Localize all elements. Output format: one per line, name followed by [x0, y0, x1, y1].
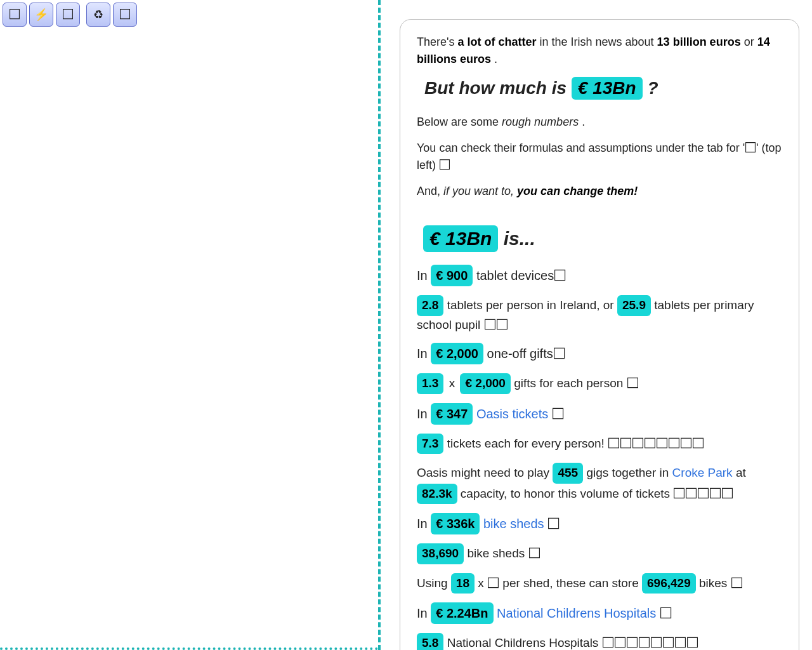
right-pane[interactable]: There's a lot of chatter in the Irish ne… — [381, 0, 812, 650]
text: In — [417, 269, 431, 282]
amount-13bn: 13 billion euros — [657, 36, 741, 48]
value: 5.8 — [417, 633, 443, 650]
check-paragraph: You can check their formulas and assumpt… — [417, 140, 782, 174]
text: In — [417, 606, 431, 620]
item-bike-sub1: 38,690 bike sheds 🞎 — [417, 543, 782, 564]
text: if you want to, — [443, 185, 514, 197]
item-tablet-head: In € 900 tablet devices🞎 — [417, 265, 782, 286]
item-hospital-sub: 5.8 National Childrens Hospitals 🞎🞎🞎🞎🞎🞎🞎… — [417, 633, 782, 650]
text: 🞎 — [552, 407, 565, 421]
text: rough numbers — [502, 116, 579, 128]
below-paragraph: Below are some rough numbers . — [417, 114, 782, 131]
text: National Childrens Hospitals 🞎🞎🞎🞎🞎🞎🞎🞎 — [447, 636, 698, 649]
value: 18 — [451, 573, 475, 594]
text: is... — [504, 228, 535, 249]
value: 2.8 — [417, 295, 443, 316]
text: bikes 🞎 — [699, 576, 743, 590]
item-bike-head: In € 336k bike sheds 🞎 — [417, 513, 782, 534]
value: 696,429 — [642, 573, 696, 594]
text: In — [417, 347, 431, 361]
value: 25.9 — [617, 295, 651, 316]
text: in the Irish news about — [540, 36, 657, 48]
article-wrap: There's a lot of chatter in the Irish ne… — [381, 0, 812, 650]
value: 455 — [553, 463, 583, 484]
toolbar-button-2-lightning-icon[interactable]: ⚡ — [29, 3, 53, 27]
text: . — [494, 53, 497, 65]
oasis-tickets-link[interactable]: Oasis tickets — [476, 407, 548, 421]
text: gifts for each person 🞎 — [514, 376, 638, 390]
item-bike-price: € 336k — [431, 513, 480, 534]
text: capacity, to honor this volume of ticket… — [461, 487, 733, 500]
toolbar-button-3[interactable]: 🞎 — [56, 3, 80, 27]
left-pane: 🞎 ⚡ 🞎 ♻ 🞎 — [0, 0, 381, 650]
item-tablet-sub: 2.8 tablets per person in Ireland, or 25… — [417, 295, 782, 334]
text: you can change them! — [517, 185, 638, 197]
toolbar-button-5[interactable]: 🞎 — [113, 3, 137, 27]
text: In — [417, 407, 431, 421]
item-oasis-price: € 347 — [431, 403, 473, 425]
item-oasis-sub2: Oasis might need to play 455 gigs togeth… — [417, 463, 782, 504]
text: And, — [417, 185, 443, 197]
section-amount: € 13Bn — [423, 225, 498, 252]
item-oasis-head: In € 347 Oasis tickets 🞎 — [417, 403, 782, 425]
section-heading: € 13Bn is... — [423, 225, 782, 252]
toolbar-button-4-recycle-icon[interactable]: ♻ — [86, 3, 110, 27]
value: 38,690 — [417, 543, 464, 564]
text: In — [417, 517, 431, 531]
text: one-off gifts🞎 — [487, 347, 566, 361]
text: gigs together in — [586, 466, 672, 479]
text: But how much is — [424, 78, 572, 98]
toolbar-button-1[interactable]: 🞎 — [3, 3, 27, 27]
text: There's — [417, 36, 457, 48]
text: Below are some — [417, 116, 502, 128]
article-card: There's a lot of chatter in the Irish ne… — [400, 19, 799, 650]
item-gift-head: In € 2,000 one-off gifts🞎 — [417, 343, 782, 364]
app-root: 🞎 ⚡ 🞎 ♻ 🞎 There's a lot of chatter in th… — [0, 0, 812, 650]
and-paragraph: And, if you want to, you can change them… — [417, 183, 782, 200]
text: or — [744, 36, 757, 48]
text: ? — [647, 78, 658, 98]
item-hospital-price: € 2.24Bn — [431, 602, 493, 624]
text: You can check their formulas and assumpt… — [417, 142, 782, 171]
text: Using — [417, 576, 451, 590]
item-gift-price: € 2,000 — [431, 343, 483, 364]
text: bike sheds 🞎 — [467, 547, 540, 560]
text: . — [582, 116, 585, 128]
value: 82.3k — [417, 484, 457, 505]
item-bike-sub2: Using 18 x 🞎 per shed, these can store 6… — [417, 573, 782, 594]
item-gift-sub: 1.3 x € 2,000 gifts for each person 🞎 — [417, 373, 782, 394]
text: tablets per person in Ireland, or — [447, 298, 617, 312]
text: Oasis might need to play — [417, 466, 553, 479]
text: x — [449, 376, 459, 390]
childrens-hospital-link[interactable]: National Childrens Hospitals — [497, 606, 656, 620]
text: at — [736, 466, 746, 479]
text: tickets each for every person! 🞎🞎🞎🞎🞎🞎🞎🞎 — [447, 437, 704, 450]
toolbar: 🞎 ⚡ 🞎 ♻ 🞎 — [0, 0, 378, 29]
headline-question: But how much is € 13Bn ? — [424, 77, 782, 100]
bike-sheds-link[interactable]: bike sheds — [483, 517, 544, 531]
value: € 2,000 — [460, 373, 510, 394]
chatter-link[interactable]: a lot of chatter — [457, 36, 536, 48]
text: 🞎 — [547, 517, 560, 531]
text: tablet devices🞎 — [476, 269, 566, 282]
croke-park-link[interactable]: Croke Park — [672, 466, 733, 479]
value: 1.3 — [417, 373, 443, 394]
item-oasis-sub1: 7.3 tickets each for every person! 🞎🞎🞎🞎🞎… — [417, 434, 782, 454]
intro-paragraph: There's a lot of chatter in the Irish ne… — [417, 34, 782, 68]
item-hospital-head: In € 2.24Bn National Childrens Hospitals… — [417, 602, 782, 624]
item-tablet-price: € 900 — [431, 265, 473, 286]
text: 🞎 — [660, 606, 672, 620]
value: 7.3 — [417, 434, 443, 454]
text: x 🞎 per shed, these can store — [478, 576, 642, 590]
headline-amount: € 13Bn — [572, 77, 643, 100]
